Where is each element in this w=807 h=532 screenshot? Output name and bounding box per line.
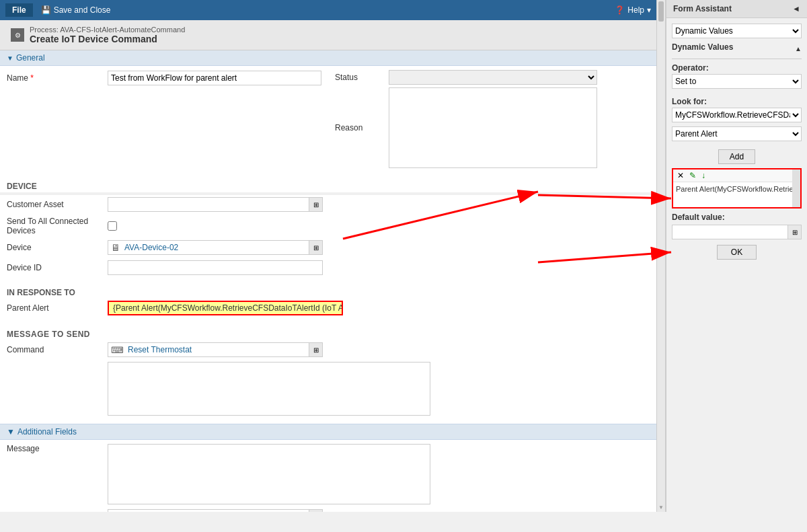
general-collapse-icon: ▼ [7,54,13,62]
parent-alert-value[interactable]: {Parent Alert(MyCFSWorkflow.RetrieveCFSD… [108,301,343,315]
form-scrollbar[interactable]: ▼ [656,0,666,512]
help-dropdown-icon: ▾ [647,5,651,15]
process-subtitle: Process: AVA-CFS-IotAlert-AutomateComman… [30,26,185,34]
message-textarea[interactable] [108,444,430,504]
device-id-label: Device ID [7,263,108,272]
look-for-select2[interactable]: Parent Alert [672,126,802,141]
customer-asset-lookup-btn[interactable]: ⊞ [309,198,322,211]
device-lookup-btn[interactable]: ⊞ [309,241,322,254]
process-header: ⚙ Process: AVA-CFS-IotAlert-AutomateComm… [0,20,656,50]
command-lookup-btn[interactable]: ⊞ [309,343,322,356]
dv-edit-btn[interactable]: ✎ [688,171,697,180]
scrollbar-thumb [658,1,664,22]
customer-asset-input[interactable] [108,198,309,211]
device-id-input[interactable] [108,260,323,275]
send-all-label: Send To All Connected Devices [7,217,108,235]
dv-arrow-btn[interactable]: ↓ [700,171,707,180]
dynamic-val-box: ✕ ✎ ↓ Parent Alert(MyCFSWorkflow.Retrie [672,168,802,208]
file-button[interactable]: File [5,3,33,17]
dynamic-section-collapse[interactable]: ▲ [795,45,802,52]
toolbar: File 💾 Save and Close ❓ Help ▾ [0,0,656,20]
device-input-wrap: 🖥 ⊞ [108,240,323,255]
save-close-button[interactable]: 💾 Save and Close [41,5,111,15]
customer-asset-input-wrap: ⊞ [108,197,323,212]
look-for-select1[interactable]: MyCFSWorkflow.RetrieveCFSDataI [672,108,802,122]
dynamic-values-select1[interactable]: Dynamic Values [672,24,802,38]
form-assistant-header: Form Assistant ◄ [666,0,807,18]
general-section-header[interactable]: ▼ General [0,50,656,66]
send-all-checkbox[interactable] [108,221,117,231]
message-body-textarea[interactable] [108,362,430,416]
panel-divider1 [672,59,802,59]
help-button[interactable]: ❓ Help ▾ [615,5,651,15]
operator-select[interactable]: Set to [672,74,802,89]
owner-input-wrap: ⊞ [108,509,323,512]
help-icon: ❓ [615,5,625,15]
customer-asset-label: Customer Asset [7,200,108,209]
name-label: Name [7,73,108,83]
owner-lookup-btn[interactable]: ⊞ [309,510,322,512]
default-value-wrap: ⊞ [672,225,802,239]
dv-scrollbar[interactable] [792,169,800,207]
message-label: Message [7,444,108,453]
status-label: Status [335,73,389,82]
reason-textarea[interactable] [389,87,597,168]
add-button[interactable]: Add [718,149,755,164]
ok-button[interactable]: OK [717,245,757,260]
default-value-input[interactable] [672,225,787,239]
msg-section-label: MESSAGE TO SEND [7,330,650,339]
device-section-label: DEVICE [7,180,650,192]
form-assistant-panel: Form Assistant ◄ Dynamic Values Dynamic … [666,0,807,512]
process-icon: ⚙ [11,28,24,42]
command-icon: ⌨ [108,345,126,355]
save-icon: 💾 [41,5,51,15]
command-input-wrap: ⌨ ⊞ [108,342,323,357]
device-input[interactable] [123,241,309,254]
dv-toolbar: ✕ ✎ ↓ [673,169,800,182]
dv-delete-btn[interactable]: ✕ [676,171,685,180]
default-value-label: Default value: [672,213,802,222]
device-label: Device [7,243,108,252]
default-lookup-btn[interactable]: ⊞ [787,225,801,239]
status-select[interactable] [389,70,597,85]
right-panel-content: Dynamic Values Dynamic Values ▲ Operator… [666,18,807,512]
general-section-label: General [16,53,45,63]
panel-collapse-icon[interactable]: ◄ [792,4,800,13]
scroll-down-btn[interactable]: ▼ [658,504,664,510]
form-assistant-title: Form Assistant [673,4,732,13]
in-response-label: IN RESPONSE TO [7,288,650,297]
additional-collapse-icon: ▼ [7,427,15,436]
page-title: Create IoT Device Command [30,34,185,44]
command-label: Command [7,345,108,354]
look-for-label: Look for: [672,97,802,106]
dv-content: Parent Alert(MyCFSWorkflow.Retrie [673,182,800,196]
command-input[interactable] [126,343,309,356]
additional-fields-label: Additional Fields [17,427,77,436]
additional-fields-header[interactable]: ▼ Additional Fields [0,424,656,440]
reason-label: Reason [335,123,389,132]
owner-input[interactable] [108,510,309,512]
dynamic-values-label: Dynamic Values [672,42,733,52]
parent-alert-label: Parent Alert [7,303,108,313]
name-input[interactable] [108,71,321,85]
device-icon: 🖥 [108,242,123,253]
operator-label: Operator: [672,63,802,73]
